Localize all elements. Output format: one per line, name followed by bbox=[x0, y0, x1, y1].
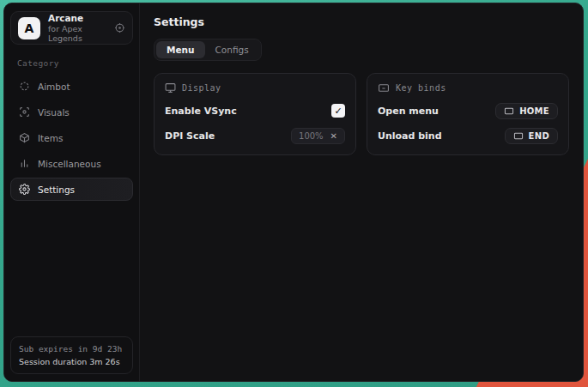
settings-cards: Display Enable VSync ✓ DPI Scale 100% ✕ bbox=[154, 73, 569, 155]
app-header-card: A Arcane for Apex Legends bbox=[10, 11, 133, 45]
unload-bind-key: END bbox=[529, 131, 549, 141]
keybinds-card: Key binds Open menu HOME Unload bind bbox=[367, 73, 569, 155]
clear-icon[interactable]: ✕ bbox=[330, 131, 337, 141]
sidebar-item-label: Miscellaneous bbox=[38, 159, 101, 169]
open-menu-row: Open menu HOME bbox=[378, 102, 558, 119]
sub-expiry-text: Sub expires in 9d 23h bbox=[19, 344, 124, 354]
sidebar-item-visuals[interactable]: Visuals bbox=[10, 100, 133, 124]
vsync-row: Enable VSync ✓ bbox=[165, 102, 345, 119]
tab-menu[interactable]: Menu bbox=[156, 41, 205, 58]
settings-tab-bar: Menu Configs bbox=[154, 39, 262, 61]
sidebar-item-miscellaneous[interactable]: Miscellaneous bbox=[10, 152, 133, 175]
target-icon[interactable] bbox=[114, 22, 125, 33]
keyboard-icon bbox=[378, 82, 390, 94]
dpi-scale-value: 100% bbox=[299, 131, 324, 141]
category-label: Category bbox=[17, 58, 133, 68]
unload-bind-row: Unload bind END bbox=[378, 127, 558, 144]
sidebar-item-settings[interactable]: Settings bbox=[10, 178, 133, 201]
sidebar: A Arcane for Apex Legends Category bbox=[4, 3, 140, 381]
sidebar-item-label: Settings bbox=[38, 184, 75, 195]
keybinds-card-title: Key binds bbox=[396, 83, 446, 93]
dpi-scale-label: DPI Scale bbox=[165, 130, 215, 142]
box-icon bbox=[19, 132, 30, 143]
unload-bind-label: Unload bind bbox=[378, 130, 442, 142]
check-icon: ✓ bbox=[334, 106, 342, 117]
display-card: Display Enable VSync ✓ DPI Scale 100% ✕ bbox=[154, 73, 356, 155]
app-window: A Arcane for Apex Legends Category bbox=[3, 3, 584, 382]
crosshair-icon bbox=[19, 81, 30, 92]
app-name: Arcane bbox=[48, 13, 106, 23]
monitor-icon bbox=[165, 82, 176, 94]
gear-icon bbox=[19, 184, 30, 195]
dpi-scale-input[interactable]: 100% ✕ bbox=[291, 128, 345, 144]
keyboard-icon bbox=[504, 106, 514, 116]
open-menu-label: Open menu bbox=[378, 106, 439, 117]
vsync-checkbox[interactable]: ✓ bbox=[331, 104, 345, 118]
display-card-title: Display bbox=[182, 83, 221, 93]
sidebar-item-label: Visuals bbox=[38, 107, 70, 118]
sidebar-item-label: Aimbot bbox=[38, 82, 70, 92]
app-subtitle: for Apex Legends bbox=[48, 24, 106, 43]
display-card-header: Display bbox=[165, 82, 345, 94]
tab-configs[interactable]: Configs bbox=[205, 41, 259, 58]
chart-icon bbox=[19, 158, 30, 169]
app-logo: A bbox=[18, 17, 40, 39]
sidebar-item-aimbot[interactable]: Aimbot bbox=[10, 75, 133, 98]
sidebar-nav: Aimbot Visuals Items bbox=[10, 75, 133, 201]
subscription-info-box: Sub expires in 9d 23h Session duration 3… bbox=[10, 336, 133, 374]
session-duration-text: Session duration 3m 26s bbox=[19, 357, 124, 366]
open-menu-keybind-button[interactable]: HOME bbox=[495, 103, 558, 119]
unload-keybind-button[interactable]: END bbox=[505, 128, 558, 144]
vsync-label: Enable VSync bbox=[165, 106, 237, 117]
sidebar-item-items[interactable]: Items bbox=[10, 126, 133, 149]
main-content: Settings Menu Configs Display Enable VSy… bbox=[140, 3, 583, 381]
open-menu-key: HOME bbox=[519, 106, 549, 116]
sidebar-item-label: Items bbox=[38, 133, 63, 143]
keybinds-card-header: Key binds bbox=[378, 82, 558, 94]
page-title: Settings bbox=[154, 15, 569, 28]
dpi-scale-row: DPI Scale 100% ✕ bbox=[165, 127, 345, 144]
keyboard-icon bbox=[513, 131, 524, 141]
app-title-block: Arcane for Apex Legends bbox=[48, 13, 106, 43]
eye-icon bbox=[19, 106, 30, 118]
